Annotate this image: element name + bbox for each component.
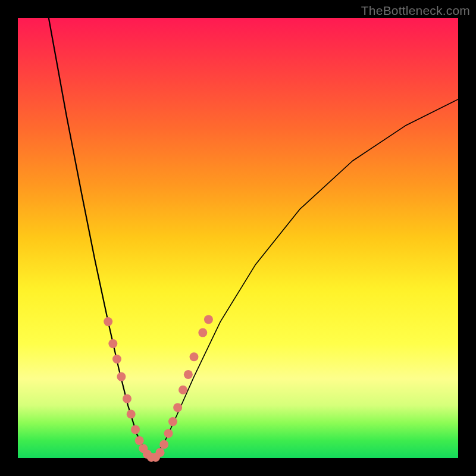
plot-area xyxy=(18,18,458,458)
data-bead xyxy=(168,417,177,426)
data-bead xyxy=(164,429,173,438)
data-bead xyxy=(184,370,193,379)
curve-right-branch xyxy=(152,99,458,458)
watermark-text: TheBottleneck.com xyxy=(361,4,470,18)
chart-container: TheBottleneck.com xyxy=(0,0,476,476)
plot-svg xyxy=(18,18,458,458)
data-bead xyxy=(117,372,126,381)
data-bead xyxy=(108,339,117,348)
data-bead xyxy=(204,315,213,324)
data-bead xyxy=(198,328,207,337)
data-bead xyxy=(190,352,199,361)
data-bead xyxy=(159,440,168,449)
data-bead xyxy=(156,448,165,457)
curve-left-branch xyxy=(49,18,152,458)
data-bead xyxy=(173,403,182,412)
data-bead xyxy=(112,355,121,364)
data-bead xyxy=(135,436,144,445)
data-bead xyxy=(127,410,136,419)
data-bead xyxy=(123,394,131,403)
data-bead xyxy=(131,425,140,434)
data-bead xyxy=(178,386,187,394)
data-bead xyxy=(104,317,112,326)
